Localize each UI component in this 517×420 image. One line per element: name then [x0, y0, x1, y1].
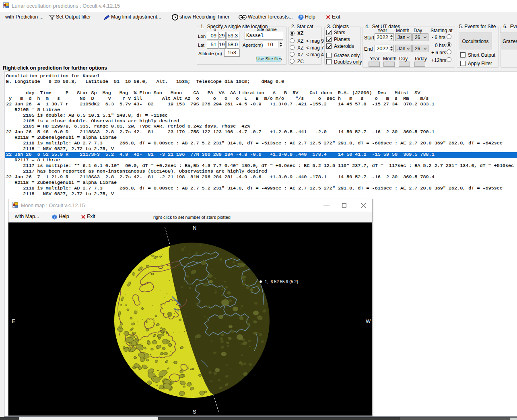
svg-text:N: N	[193, 225, 196, 231]
svg-text:S: S	[193, 409, 196, 415]
svg-text:E: E	[12, 318, 15, 324]
svg-text:?: ?	[300, 15, 302, 20]
svg-text:1, 6 52 55.9 (5.2): 1, 6 52 55.9 (5.2)	[265, 279, 298, 284]
svg-text:?: ?	[54, 215, 56, 219]
svg-text:W: W	[366, 318, 371, 324]
